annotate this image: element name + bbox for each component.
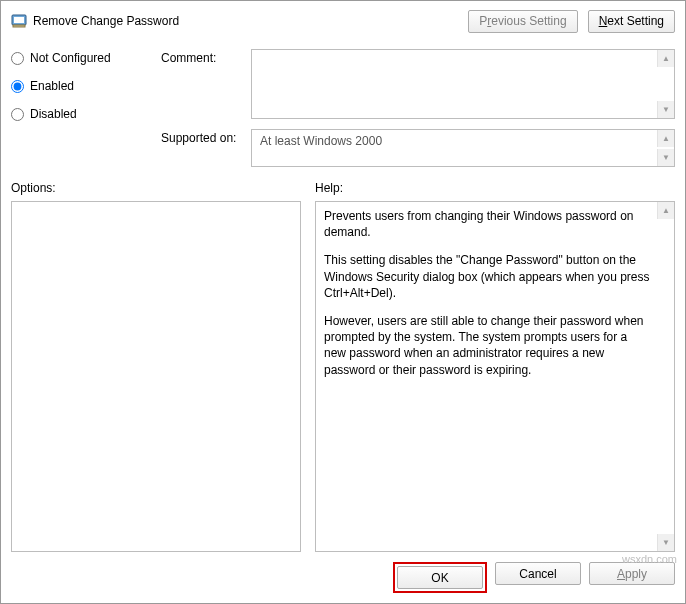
help-panel: Prevents users from changing their Windo… bbox=[315, 201, 675, 552]
apply-button[interactable]: Apply bbox=[589, 562, 675, 585]
help-label: Help: bbox=[315, 181, 675, 195]
state-radio-group: Not Configured Enabled Disabled bbox=[11, 49, 161, 167]
radio-disabled-input[interactable] bbox=[11, 108, 24, 121]
comment-textarea[interactable]: ▲ ▼ bbox=[251, 49, 675, 119]
supported-label: Supported on: bbox=[161, 129, 251, 167]
scroll-down-icon[interactable]: ▼ bbox=[657, 149, 674, 166]
scroll-down-icon[interactable]: ▼ bbox=[657, 101, 674, 118]
scroll-up-icon[interactable]: ▲ bbox=[657, 50, 674, 67]
radio-enabled[interactable]: Enabled bbox=[11, 79, 161, 93]
svg-rect-2 bbox=[13, 25, 25, 27]
options-label: Options: bbox=[11, 181, 301, 195]
scroll-down-icon[interactable]: ▼ bbox=[657, 534, 674, 551]
dialog-title: Remove Change Password bbox=[33, 14, 179, 28]
radio-not-configured-input[interactable] bbox=[11, 52, 24, 65]
ok-button[interactable]: OK bbox=[397, 566, 483, 589]
options-panel bbox=[11, 201, 301, 552]
comment-label: Comment: bbox=[161, 49, 251, 65]
radio-not-configured[interactable]: Not Configured bbox=[11, 51, 161, 65]
policy-dialog: Remove Change Password Previous Setting … bbox=[0, 0, 686, 604]
policy-icon bbox=[11, 13, 27, 29]
help-paragraph: This setting disables the "Change Passwo… bbox=[324, 252, 652, 301]
previous-setting-button[interactable]: Previous Setting bbox=[468, 10, 577, 33]
help-paragraph: However, users are still able to change … bbox=[324, 313, 652, 378]
radio-enabled-label: Enabled bbox=[30, 79, 74, 93]
supported-on-box: At least Windows 2000 ▲ ▼ bbox=[251, 129, 675, 167]
title-bar: Remove Change Password Previous Setting … bbox=[11, 9, 675, 33]
svg-rect-1 bbox=[14, 17, 24, 23]
radio-disabled-label: Disabled bbox=[30, 107, 77, 121]
cancel-button[interactable]: Cancel bbox=[495, 562, 581, 585]
dialog-footer: OK Cancel Apply bbox=[11, 562, 675, 593]
help-paragraph: Prevents users from changing their Windo… bbox=[324, 208, 652, 240]
radio-not-configured-label: Not Configured bbox=[30, 51, 111, 65]
radio-disabled[interactable]: Disabled bbox=[11, 107, 161, 121]
radio-enabled-input[interactable] bbox=[11, 80, 24, 93]
ok-highlight: OK bbox=[393, 562, 487, 593]
next-setting-button[interactable]: Next Setting bbox=[588, 10, 675, 33]
scroll-up-icon[interactable]: ▲ bbox=[657, 130, 674, 147]
scroll-up-icon[interactable]: ▲ bbox=[657, 202, 674, 219]
supported-on-text: At least Windows 2000 bbox=[260, 134, 382, 148]
